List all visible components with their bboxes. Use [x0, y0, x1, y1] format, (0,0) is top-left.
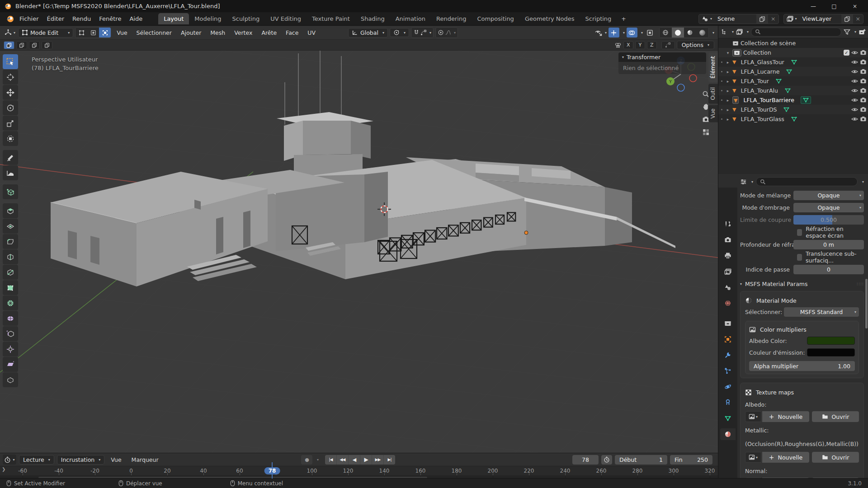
viewlayer-remove-button[interactable]: × — [853, 14, 863, 23]
tool-measure[interactable] — [3, 165, 18, 180]
select-mode-vertex[interactable] — [75, 28, 87, 38]
snap-base-button[interactable] — [661, 41, 675, 49]
expand-icon[interactable]: ▸ — [725, 98, 731, 103]
outliner-object-row[interactable]: ▸ ▼ LFLA_TourDS — [718, 105, 868, 114]
current-frame-field[interactable]: 78 — [572, 455, 599, 465]
clip-threshold-slider[interactable]: 0.500 — [793, 215, 864, 225]
outliner-object-row[interactable]: ▸ ▼ LFLA_TourAlu — [718, 86, 868, 95]
workspace-tab-scripting[interactable]: Scripting — [580, 13, 617, 24]
proportional-edit-icon[interactable] — [438, 29, 444, 36]
ortho-toggle-icon[interactable] — [702, 128, 710, 136]
jump-to-end-button[interactable]: ▶| — [384, 455, 395, 465]
timeline-marker-menu[interactable]: Marqueur — [128, 455, 162, 465]
options-dropdown[interactable]: Options▾ — [677, 41, 714, 49]
menu-selectionner[interactable]: Sélectionner — [133, 28, 175, 38]
scene-unlink-button[interactable]: × — [768, 14, 778, 23]
screen-refraction-checkbox[interactable] — [797, 229, 802, 236]
shadow-mode-select[interactable]: Opaque▾ — [793, 203, 864, 212]
falloff-curve-icon[interactable] — [445, 29, 451, 36]
tool-smooth[interactable] — [3, 311, 18, 326]
workspace-tab-rendering[interactable]: Rendering — [431, 13, 472, 24]
tool-select-box[interactable] — [3, 54, 18, 69]
refraction-depth-field[interactable]: 0 m — [793, 240, 864, 249]
outliner-object-row[interactable]: ▸ ▼ LFLA_Tour — [718, 76, 868, 86]
hide-eye-icon[interactable] — [851, 49, 858, 56]
overlays-toggle[interactable] — [627, 28, 637, 38]
jump-to-start-button[interactable]: |◀ — [325, 455, 336, 465]
timeline-view-menu[interactable]: Vue — [107, 455, 125, 465]
msfs-material-select[interactable]: MSFS Standard▾ — [784, 307, 859, 317]
render-camera-icon[interactable] — [860, 116, 867, 122]
workspace-tab-compositing[interactable]: Compositing — [472, 13, 519, 24]
outliner-search[interactable] — [751, 28, 841, 37]
auto-key-button[interactable]: ● — [301, 455, 312, 465]
scene-copy-button[interactable] — [756, 14, 768, 23]
expand-icon[interactable]: ▸ — [725, 60, 731, 65]
properties-search[interactable] — [756, 177, 858, 186]
hide-eye-icon[interactable] — [851, 68, 858, 75]
outliner-editor-icon[interactable] — [721, 28, 728, 35]
menu-fenetre[interactable]: Fenêtre — [95, 14, 125, 24]
gizmos-toggle[interactable] — [609, 28, 619, 38]
properties-scrollbar[interactable] — [865, 279, 868, 328]
metallic-new-button[interactable]: +Nouvelle — [762, 452, 809, 463]
hide-eye-icon[interactable] — [851, 59, 858, 66]
xray-toggle[interactable] — [645, 28, 656, 38]
transform-panel-header[interactable]: ▾Transformer — [618, 52, 706, 62]
workspace-tab-modeling[interactable]: Modeling — [189, 13, 226, 24]
metallic-open-button[interactable]: Ouvrir — [812, 452, 859, 463]
outliner-object-row[interactable]: ▸ ▼ LFLA_Lucarne — [718, 67, 868, 76]
outliner-object-row-selected[interactable]: ▸ ▼ LFLA_TourBarriere — [718, 95, 868, 105]
menu-aide[interactable]: Aide — [125, 14, 146, 24]
tab-physics[interactable] — [720, 381, 736, 393]
tool-spin[interactable] — [3, 296, 18, 310]
scene-collection-row[interactable]: Collection de scène — [718, 38, 868, 48]
select-subtract-mode[interactable] — [29, 41, 40, 49]
menu-vue[interactable]: Vue — [113, 28, 131, 38]
tab-output[interactable] — [720, 250, 736, 262]
render-camera-icon[interactable] — [860, 97, 867, 103]
tool-add-primitive[interactable] — [3, 184, 18, 199]
render-camera-icon[interactable] — [860, 59, 867, 66]
menu-vertex[interactable]: Vertex — [231, 28, 256, 38]
blender-menu-icon[interactable] — [5, 14, 14, 23]
menu-ajouter[interactable]: Ajouter — [177, 28, 205, 38]
tool-extrude[interactable] — [3, 203, 18, 218]
editor-type-button[interactable]: ▾ — [4, 27, 16, 38]
menu-mesh[interactable]: Mesh — [207, 28, 229, 38]
shading-wireframe[interactable] — [660, 28, 672, 38]
shading-material[interactable] — [684, 28, 696, 38]
tab-constraints[interactable] — [720, 397, 736, 408]
viewlayer-name[interactable]: ViewLayer — [800, 14, 841, 23]
render-camera-icon[interactable] — [860, 78, 867, 84]
hide-eye-icon[interactable] — [851, 87, 858, 94]
tab-element[interactable]: Élément — [708, 52, 718, 82]
tool-poly-build[interactable] — [3, 280, 18, 295]
transform-orientation[interactable]: Global▾ — [348, 28, 388, 38]
image-browse-button[interactable]: ▾ — [745, 452, 761, 463]
expand-icon[interactable]: ▸ — [725, 70, 731, 74]
tool-edge-slide[interactable] — [3, 326, 18, 341]
workspace-tab-layout[interactable]: Layout — [158, 13, 189, 24]
select-mode-face[interactable] — [99, 28, 111, 38]
timeline-ruler[interactable]: 78 -60-40-200204060100120140160180200220… — [0, 466, 718, 475]
menu-uv[interactable]: UV — [304, 28, 319, 38]
tab-object[interactable] — [720, 333, 736, 345]
msfs-section-header[interactable]: ▾ MSFS Material Params :::: — [740, 278, 864, 289]
maximize-button[interactable]: □ — [825, 1, 844, 11]
workspace-tab-uv-editing[interactable]: UV Editing — [265, 13, 307, 24]
emission-color-swatch[interactable] — [807, 348, 855, 357]
tool-shrink-flatten[interactable] — [3, 342, 18, 357]
tab-tool[interactable] — [720, 218, 736, 230]
magnet-icon[interactable] — [413, 29, 420, 36]
frame-start-field[interactable]: Début1 — [615, 455, 667, 465]
tab-render[interactable] — [720, 234, 736, 246]
tool-scale[interactable] — [3, 116, 18, 131]
filter-icon[interactable] — [844, 28, 850, 35]
tool-rip-region[interactable] — [3, 372, 18, 387]
subsurface-checkbox[interactable] — [797, 254, 802, 261]
menu-fichier[interactable]: Fichier — [15, 14, 43, 24]
tab-material[interactable] — [720, 428, 736, 440]
tool-knife[interactable] — [3, 265, 18, 280]
albedo-new-button[interactable]: +Nouvelle — [762, 411, 809, 422]
